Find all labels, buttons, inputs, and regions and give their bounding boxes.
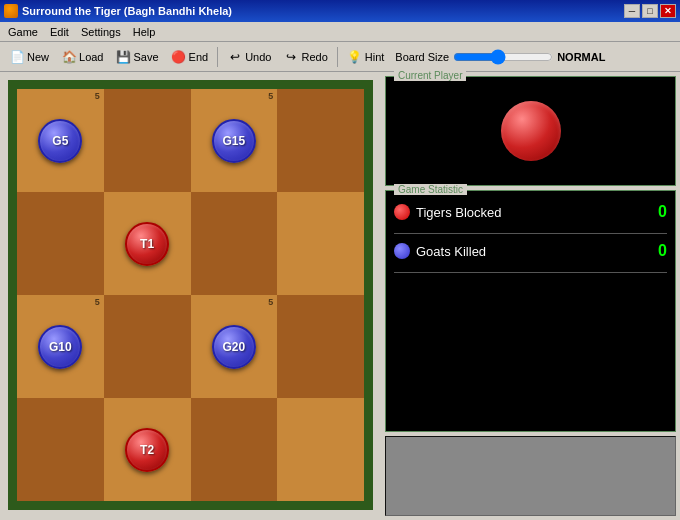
load-button[interactable]: 🏠 Load [56,46,108,68]
board-cell-3-3[interactable] [277,398,364,501]
separator-1 [217,47,218,67]
tigers-blocked-row: Tigers Blocked 0 [394,199,667,225]
save-icon: 💾 [116,49,132,65]
separator-2 [337,47,338,67]
goats-killed-value: 0 [658,242,667,260]
redo-icon: ↪ [283,49,299,65]
menu-game[interactable]: Game [2,24,44,40]
minimize-button[interactable]: ─ [624,4,640,18]
tigers-blocked-label: Tigers Blocked [416,205,502,220]
board-cell-1-3[interactable] [277,192,364,295]
menu-edit[interactable]: Edit [44,24,75,40]
game-board: 5G55G15T15G105G20T2 [17,89,364,501]
normal-label: NORMAL [557,51,605,63]
end-button[interactable]: 🔴 End [166,46,214,68]
goats-killed-label-group: Goats Killed [394,243,486,259]
right-panel: Current Player Game Statistic Tigers Blo… [385,72,680,520]
piece-t2[interactable]: T2 [125,428,169,472]
main-area: 5G55G15T15G105G20T2 Current Player Game … [0,72,680,520]
board-size-slider[interactable] [453,49,553,65]
undo-button[interactable]: ↩ Undo [222,46,276,68]
maximize-button[interactable]: □ [642,4,658,18]
cell-label-0-0: 5 [95,91,100,101]
end-icon: 🔴 [171,49,187,65]
board-cell-2-1[interactable] [104,295,191,398]
current-player-display [386,77,675,185]
board-cell-0-2[interactable]: 5G15 [191,89,278,192]
save-button[interactable]: 💾 Save [111,46,164,68]
board-cell-2-0[interactable]: 5G10 [17,295,104,398]
tigers-blocked-label-group: Tigers Blocked [394,204,502,220]
new-button[interactable]: 📄 New [4,46,54,68]
title-bar: Surround the Tiger (Bagh Bandhi Khela) ─… [0,0,680,22]
board-cell-0-3[interactable] [277,89,364,192]
cell-label-2-0: 5 [95,297,100,307]
board-cell-1-0[interactable] [17,192,104,295]
hint-button[interactable]: 💡 Hint [342,46,390,68]
board-cell-2-3[interactable] [277,295,364,398]
current-player-title: Current Player [394,70,466,81]
board-cell-3-1[interactable]: T2 [104,398,191,501]
menu-settings[interactable]: Settings [75,24,127,40]
stats-title: Game Statistic [394,184,467,195]
goats-killed-label: Goats Killed [416,244,486,259]
stats-divider-2 [394,272,667,273]
board-cell-3-2[interactable] [191,398,278,501]
board-size-label: Board Size [395,51,449,63]
board-cell-0-0[interactable]: 5G5 [17,89,104,192]
current-player-panel: Current Player [385,76,676,186]
piece-t1[interactable]: T1 [125,222,169,266]
new-icon: 📄 [9,49,25,65]
board-outer: 5G55G15T15G105G20T2 [8,80,373,510]
cell-label-0-2: 5 [268,91,273,101]
board-cell-2-2[interactable]: 5G20 [191,295,278,398]
stats-panel: Game Statistic Tigers Blocked 0 Goats Ki… [385,190,676,432]
board-container: 5G55G15T15G105G20T2 [0,72,385,520]
app-icon [4,4,18,18]
load-icon: 🏠 [61,49,77,65]
piece-g10[interactable]: G10 [38,325,82,369]
cell-label-2-2: 5 [268,297,273,307]
menu-bar: Game Edit Settings Help [0,22,680,42]
game-log[interactable] [385,436,676,516]
window-title: Surround the Tiger (Bagh Bandhi Khela) [22,5,232,17]
close-button[interactable]: ✕ [660,4,676,18]
toolbar: 📄 New 🏠 Load 💾 Save 🔴 End ↩ Undo ↪ Redo … [0,42,680,72]
stats-divider-1 [394,233,667,234]
tigers-dot [394,204,410,220]
board-size-area: Board Size NORMAL [395,49,605,65]
board-cell-1-2[interactable] [191,192,278,295]
tigers-blocked-value: 0 [658,203,667,221]
goats-killed-row: Goats Killed 0 [394,238,667,264]
board-cell-0-1[interactable] [104,89,191,192]
window-controls: ─ □ ✕ [624,4,676,18]
board-cell-1-1[interactable]: T1 [104,192,191,295]
hint-icon: 💡 [347,49,363,65]
piece-g15[interactable]: G15 [212,119,256,163]
redo-button[interactable]: ↪ Redo [278,46,332,68]
board-cell-3-0[interactable] [17,398,104,501]
player-ball [501,101,561,161]
menu-help[interactable]: Help [127,24,162,40]
undo-icon: ↩ [227,49,243,65]
piece-g20[interactable]: G20 [212,325,256,369]
piece-g5[interactable]: G5 [38,119,82,163]
goats-dot [394,243,410,259]
